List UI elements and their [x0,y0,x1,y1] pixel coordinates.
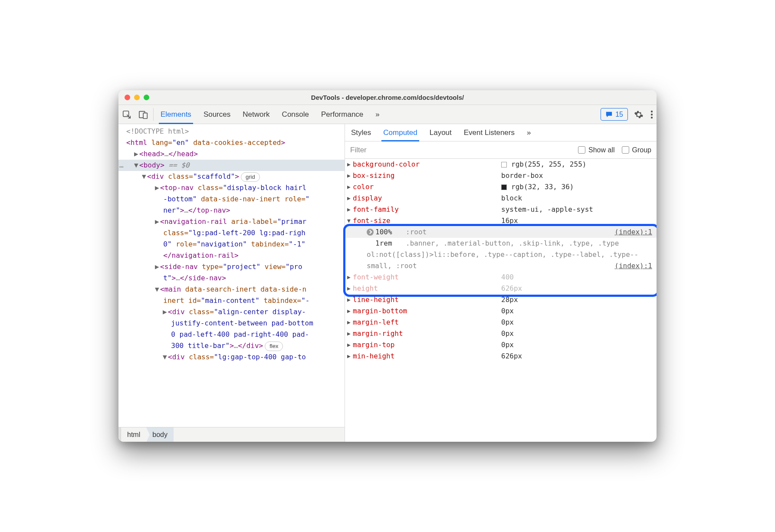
styles-subtabs: Styles Computed Layout Event Listeners » [345,124,657,141]
property-name: margin-right [353,328,403,339]
subtab-styles[interactable]: Styles [345,124,377,141]
property-value: 0px [501,305,514,317]
property-value: 626px [501,283,522,294]
main-tab-strip: Elements Sources Network Console Perform… [118,105,657,124]
property-value: system-ui, -apple-syst [501,204,593,215]
property-value: border-box [501,170,543,181]
expand-arrow-icon[interactable]: ▶ [345,193,353,204]
expand-arrow-icon[interactable]: ▶ [345,328,353,339]
expand-arrow-icon[interactable]: ▶ [345,272,353,283]
expand-arrow-icon[interactable]: ▶ [345,339,353,351]
computed-trace-row[interactable]: 1rem.banner, .material-button, .skip-lin… [345,238,657,272]
source-link[interactable]: (index):1 [614,227,652,238]
color-swatch[interactable] [501,162,507,167]
expand-arrow-icon[interactable]: ▶ [345,305,353,317]
computed-property-row[interactable]: ▶margin-top0px [345,339,657,351]
computed-property-row[interactable]: ▶box-sizingborder-box [345,170,657,181]
property-name: margin-top [353,339,394,351]
close-window-button[interactable] [125,95,130,100]
property-value: block [501,193,522,204]
elements-panel: <!DOCTYPE html> <html lang="en" data-coo… [118,124,345,442]
computed-property-row[interactable]: ▶background-colorrgb(255, 255, 255) [345,159,657,170]
layout-chip-grid[interactable]: grid [241,172,260,182]
property-value: 28px [501,294,518,305]
computed-property-row[interactable]: ▶font-familysystem-ui, -apple-syst [345,204,657,215]
computed-property-row[interactable]: ▶margin-left0px [345,317,657,328]
main-tabs-overflow[interactable]: » [369,105,385,124]
computed-property-row[interactable]: ▶line-height28px [345,294,657,305]
computed-property-row[interactable]: ▶colorrgb(32, 33, 36) [345,181,657,193]
expand-arrow-icon[interactable]: ▶ [345,283,353,294]
subtab-overflow[interactable]: » [521,124,537,141]
property-value: rgb(32, 33, 36) [511,181,574,193]
computed-properties[interactable]: ▶background-colorrgb(255, 255, 255)▶box-… [345,159,657,442]
property-name: line-height [353,294,399,305]
subtab-layout[interactable]: Layout [424,124,458,141]
svg-point-4 [651,113,653,115]
computed-property-row[interactable]: ▶font-weight400 [345,272,657,283]
property-name: display [353,193,382,204]
source-link[interactable]: (index):1 [614,260,652,272]
expand-arrow-icon[interactable]: ▶ [345,317,353,328]
expand-arrow-icon[interactable]: ▶ [345,170,353,181]
device-toolbar-icon[interactable] [135,105,152,124]
minimize-window-button[interactable] [134,95,140,100]
inspect-element-icon[interactable] [118,105,135,124]
property-name: color [353,181,374,193]
dom-tree[interactable]: <!DOCTYPE html> <html lang="en" data-coo… [118,124,345,427]
property-name: font-size [353,215,391,227]
content-split: <!DOCTYPE html> <html lang="en" data-coo… [118,124,657,442]
subtab-event-listeners[interactable]: Event Listeners [458,124,521,141]
property-name: background-color [353,159,420,170]
zoom-window-button[interactable] [144,95,149,100]
devtools-window: DevTools - developer.chrome.com/docs/dev… [118,90,657,442]
computed-trace-row[interactable]: 100%:root(index):1 [345,227,657,238]
subtab-computed[interactable]: Computed [377,124,423,141]
expand-arrow-icon[interactable]: ▶ [345,351,353,362]
computed-filter-input[interactable] [350,146,571,154]
tab-performance[interactable]: Performance [315,105,369,124]
tab-network[interactable]: Network [236,105,276,124]
tab-elements[interactable]: Elements [154,105,197,124]
property-name: min-height [353,351,394,362]
navigate-icon[interactable] [367,229,374,236]
group-checkbox[interactable]: Group [622,146,651,154]
gear-icon[interactable] [631,105,647,124]
computed-property-row[interactable]: ▶min-height626px [345,351,657,362]
computed-property-row[interactable]: ▶margin-bottom0px [345,305,657,317]
kebab-menu-icon[interactable] [647,105,657,124]
show-all-checkbox[interactable]: Show all [578,146,614,154]
computed-filter-row: Show all Group [345,141,657,159]
svg-rect-2 [143,113,147,118]
property-value: 0px [501,317,514,328]
computed-property-row[interactable]: ▼font-size16px [345,215,657,227]
property-name: margin-bottom [353,305,407,317]
breadcrumb-html[interactable]: html [121,427,146,442]
property-name: font-weight [353,272,399,283]
property-value: 0px [501,339,514,351]
svg-point-5 [651,116,653,118]
computed-property-row[interactable]: ▶margin-right0px [345,328,657,339]
styles-panel: Styles Computed Layout Event Listeners »… [345,124,657,442]
color-swatch[interactable] [501,184,507,190]
breadcrumb-body[interactable]: body [146,427,174,442]
expand-arrow-icon[interactable]: ▶ [345,204,353,215]
computed-property-row[interactable]: ▶height626px [345,283,657,294]
property-value: rgb(255, 255, 255) [511,159,586,170]
issues-badge[interactable]: 15 [601,108,628,121]
expand-arrow-icon[interactable]: ▶ [345,294,353,305]
layout-chip-flex[interactable]: flex [265,342,283,351]
tab-sources[interactable]: Sources [197,105,236,124]
window-titlebar: DevTools - developer.chrome.com/docs/dev… [118,90,657,105]
tab-console[interactable]: Console [276,105,315,124]
computed-property-row[interactable]: ▶displayblock [345,193,657,204]
breadcrumbs: html body [118,427,345,442]
property-value: 0px [501,328,514,339]
property-name: box-sizing [353,170,394,181]
property-name: margin-left [353,317,399,328]
property-name: height [353,283,378,294]
expand-arrow-icon[interactable]: ▼ [345,215,353,227]
issues-count: 15 [615,111,623,118]
expand-arrow-icon[interactable]: ▶ [345,181,353,193]
expand-arrow-icon[interactable]: ▶ [345,159,353,170]
